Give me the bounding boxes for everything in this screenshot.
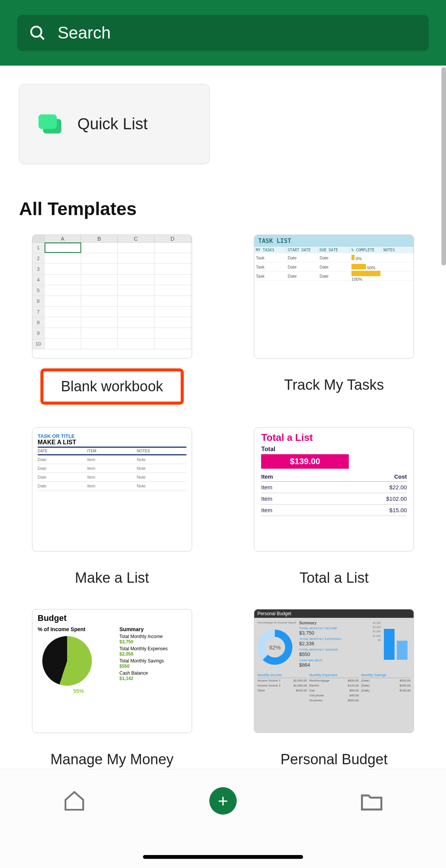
makelist-title: MAKE A LIST (38, 439, 186, 448)
thumb-track-my-tasks: TASK LIST MY TASKSSTART DATEDUE DATE% CO… (254, 235, 414, 358)
template-label-make-a-list: Make a List (75, 570, 149, 586)
template-total-a-list[interactable]: Total a List Total $139.00 Item Cost Ite… (241, 428, 427, 586)
folder-button[interactable] (355, 784, 389, 818)
template-label-total-a-list: Total a List (299, 570, 369, 586)
makelist-task-label: TASK OR TITLE (38, 433, 186, 439)
pbudget-title: Personal Budget (254, 609, 414, 618)
budget-percent: 55% (38, 688, 120, 694)
totallist-total: $139.00 (261, 454, 349, 469)
pbudget-subtitle: Percentage of Income Spent (257, 621, 296, 624)
template-label-manage-my-money: Manage My Money (50, 751, 173, 768)
totallist-header-item: Item (261, 473, 273, 480)
thumb-manage-my-money: Budget % of Income Spent 55% Summary Tot… (32, 609, 192, 733)
pie-icon (42, 636, 92, 686)
home-indicator (143, 855, 303, 859)
home-button[interactable] (57, 784, 91, 818)
template-track-my-tasks[interactable]: TASK LIST MY TASKSSTART DATEDUE DATE% CO… (241, 235, 427, 405)
home-icon (63, 789, 86, 813)
thumb-blank-workbook: ABCD 12345678910 (32, 235, 192, 358)
search-icon (29, 24, 46, 42)
section-title-all-templates: All Templates (19, 198, 427, 219)
template-manage-my-money[interactable]: Budget % of Income Spent 55% Summary Tot… (19, 609, 205, 768)
thumb-make-a-list: TASK OR TITLE MAKE A LIST DATEITEMNOTES … (32, 428, 192, 551)
tasks-title: TASK LIST (254, 235, 414, 247)
thumb-personal-budget: Personal Budget Percentage of Income Spe… (254, 609, 414, 733)
search-placeholder: Search (58, 23, 111, 42)
totallist-subtitle: Total (261, 446, 407, 453)
content-area: Quick List All Templates ABCD 1234567891… (0, 66, 446, 771)
template-label-track-my-tasks: Track My Tasks (284, 377, 384, 393)
app-header: Search (0, 0, 446, 66)
scrollbar[interactable] (441, 67, 446, 265)
budget-right-label: Summary (119, 626, 186, 632)
bar-chart-icon (384, 625, 411, 660)
quick-list-label: Quick List (77, 115, 148, 133)
templates-grid: ABCD 12345678910 Blank workbook TASK LIS… (19, 235, 427, 768)
quick-list-icon (39, 114, 62, 133)
new-button[interactable]: + (206, 784, 240, 818)
template-make-a-list[interactable]: TASK OR TITLE MAKE A LIST DATEITEMNOTES … (19, 428, 205, 586)
pbudget-summary-label: Summary (299, 621, 370, 625)
template-label-personal-budget: Personal Budget (281, 751, 388, 768)
donut-icon: 62% (257, 630, 292, 665)
bottom-nav: + (0, 769, 446, 868)
svg-line-1 (40, 35, 44, 39)
plus-icon: + (209, 787, 237, 815)
svg-point-0 (31, 27, 42, 37)
folder-icon (359, 788, 385, 814)
budget-title: Budget (38, 613, 186, 623)
search-bar[interactable]: Search (17, 15, 429, 51)
totallist-header-cost: Cost (394, 473, 407, 480)
budget-left-label: % of Income Spent (38, 626, 120, 632)
pbudget-donut-pct: 62% (269, 644, 281, 651)
template-label-blank-workbook: Blank workbook (40, 368, 184, 405)
quick-list-card[interactable]: Quick List (19, 84, 210, 164)
template-personal-budget[interactable]: Personal Budget Percentage of Income Spe… (241, 609, 427, 768)
totallist-title: Total a List (261, 432, 407, 444)
thumb-total-a-list: Total a List Total $139.00 Item Cost Ite… (254, 428, 414, 551)
template-blank-workbook[interactable]: ABCD 12345678910 Blank workbook (19, 235, 205, 405)
